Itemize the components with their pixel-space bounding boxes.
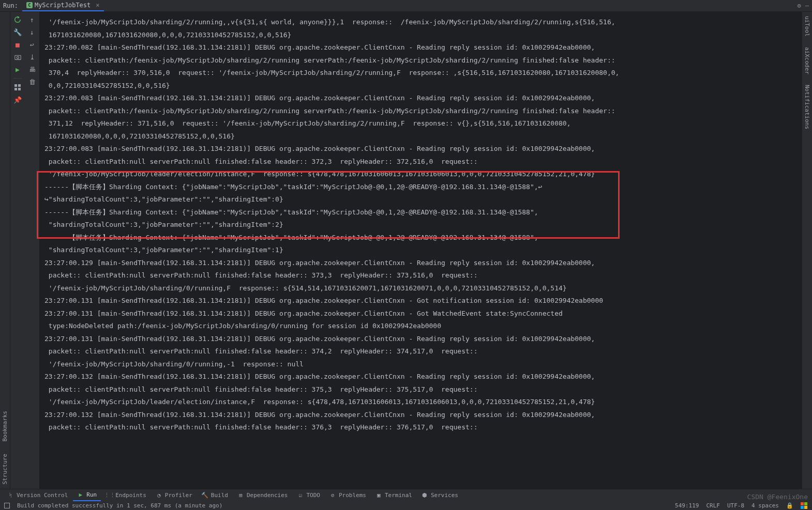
console-line: 23:27:00.131 [main-SendThread(192.168.31… (44, 307, 796, 320)
stop-icon[interactable]: ■ (13, 40, 22, 49)
scroll-to-end-icon[interactable]: ⤓ (27, 52, 37, 61)
run-actions-col-2: ↑ ↓ ↩ ⤓ 🖶 🗑 (25, 12, 39, 489)
windows-flag-icon (801, 502, 808, 509)
endpoints-tool[interactable]: ⋮⋮Endpoints (102, 490, 151, 501)
print-icon[interactable]: 🖶 (27, 65, 37, 74)
todo-tool[interactable]: ☑TODO (293, 490, 324, 501)
run-tab-title: MyScriptJobTest (35, 2, 91, 9)
svg-rect-2 (14, 84, 17, 87)
console-line: 1671031620080,1671031620080,0,0,0,721033… (44, 29, 796, 42)
wrench-icon[interactable]: 🔧 (13, 27, 22, 37)
svg-rect-0 (14, 55, 20, 59)
svg-rect-3 (18, 84, 21, 87)
aixcoder-tab[interactable]: aiXcoder (804, 47, 810, 74)
down-arrow-icon[interactable]: ↓ (27, 27, 37, 37)
play-plus-icon[interactable]: ▶ (13, 65, 22, 74)
console-line: ↪"shardingTotalCount":3,"jobParameter":"… (44, 193, 796, 206)
vcs-tool[interactable]: ᛋVersion Control (3, 490, 72, 501)
console-output[interactable]: '/feenix-job/MyScriptJob/sharding/2/runn… (39, 12, 802, 489)
console-line: packet:: clientPath:null serverPath:null… (44, 156, 796, 168)
run-tab-myscriptjobtest[interactable]: C MyScriptJobTest × (22, 0, 104, 11)
console-line: type:NodeDeleted path:/feenix-job/MyScri… (44, 320, 796, 333)
console-line: '/feenix-job/MyScriptJob/sharding/0/runn… (44, 358, 796, 371)
camera-icon[interactable] (13, 52, 22, 61)
console-line: packet:: clientPath:null serverPath:null… (44, 421, 796, 434)
console-line: 23:27:00.131 [main-SendThread(192.168.31… (44, 333, 796, 346)
run-toolwindow-header: Run: C MyScriptJobTest × ⚙ — (0, 0, 812, 12)
console-line: '/feenix-job/MyScriptJob/leader/election… (44, 396, 796, 409)
console-line: 371,12 replyHeader:: 371,516,0 request::… (44, 117, 796, 130)
up-arrow-icon[interactable]: ↑ (27, 15, 37, 24)
console-line: packet:: clientPath:null serverPath:null… (44, 269, 796, 282)
status-bar: Build completed successfully in 1 sec, 6… (0, 501, 812, 510)
play-icon: ▶ (77, 491, 84, 498)
console-line: 23:27:00.082 [main-SendThread(192.168.31… (44, 41, 796, 54)
console-line: ------【脚本任务】Sharding Context: {"jobName"… (44, 206, 796, 219)
console-line: 23:27:00.083 [main-SendThread(192.168.31… (44, 143, 796, 156)
file-encoding[interactable]: UTF-8 (727, 502, 744, 509)
profiler-icon: ◔ (156, 492, 162, 499)
problems-icon: ⊘ (329, 492, 336, 499)
console-line: ------【脚本任务】Sharding Context: {"jobName"… (44, 181, 796, 194)
toolwindow-toggle-icon[interactable] (4, 503, 10, 508)
left-tool-strip: Bookmarks Structure (0, 12, 10, 489)
rerun-icon[interactable] (13, 15, 22, 24)
pin-icon[interactable]: 📌 (13, 95, 22, 104)
csdn-watermark: CSDN @FeenixOne (747, 493, 808, 501)
gear-icon[interactable]: ⚙ (798, 2, 801, 9)
console-line: packet:: clientPath:null serverPath:null… (44, 345, 796, 358)
soft-wrap-icon[interactable]: ↩ (27, 40, 37, 49)
svg-rect-8 (801, 506, 804, 509)
run-tool[interactable]: ▶Run (73, 490, 101, 501)
bookmarks-tool[interactable]: Bookmarks (2, 411, 8, 442)
terminal-tool[interactable]: ▣Terminal (371, 490, 416, 501)
notifications-tab[interactable]: Notifications (804, 85, 810, 129)
svg-rect-4 (14, 88, 17, 90)
console-line: 23:27:00.132 [main-SendThread(192.168.31… (44, 409, 796, 422)
console-line: 23:27:00.083 [main-SendThread(192.168.31… (44, 92, 796, 105)
dependencies-tool[interactable]: ⊞Dependencies (233, 490, 292, 501)
console-line: "shardingTotalCount":3,"jobParameter":""… (44, 219, 796, 231)
caret-pos[interactable]: 549:119 (675, 502, 699, 509)
console-line: "shardingTotalCount":3,"jobParameter":""… (44, 244, 796, 257)
console-line: '/feenix-job/MyScriptJob/sharding/0/runn… (44, 282, 796, 295)
deps-icon: ⊞ (237, 492, 244, 499)
close-tab-icon[interactable]: × (96, 2, 99, 9)
uitool-tab[interactable]: uiTool (804, 16, 810, 37)
services-tool[interactable]: ⬢Services (417, 490, 462, 501)
console-line: 23:27:00.129 [main-SendThread(192.168.31… (44, 257, 796, 270)
console-line: 370,4 replyHeader:: 370,516,0 request:: … (44, 67, 796, 80)
class-icon: C (26, 2, 33, 8)
endpoints-icon: ⋮⋮ (106, 492, 113, 499)
console-line: packet:: clientPath:null serverPath:null… (44, 383, 796, 396)
console-line: packet:: clientPath:/feenix-job/MyScript… (44, 105, 796, 118)
problems-tool[interactable]: ⊘Problems (325, 490, 370, 501)
console-line: 1671031620080,0,0,0,72103310452785152,0,… (44, 130, 796, 143)
minimize-icon[interactable]: — (805, 2, 809, 9)
svg-point-1 (17, 56, 19, 58)
readonly-lock-icon[interactable]: 🔒 (786, 502, 793, 509)
svg-rect-9 (804, 506, 807, 509)
todo-icon: ☑ (297, 492, 304, 499)
run-label: Run: (3, 2, 18, 9)
layout-icon[interactable] (13, 83, 22, 92)
clear-icon[interactable]: 🗑 (27, 77, 37, 86)
console-line: ------【脚本任务】Sharding Context: {"jobName"… (44, 231, 796, 244)
build-status-text: Build completed successfully in 1 sec, 6… (17, 502, 222, 509)
console-line: packet:: clientPath:/feenix-job/MyScript… (44, 54, 796, 67)
console-line: 0,0,72103310452785152,0,0,516} (44, 80, 796, 92)
console-line: '/feenix-job/MyScriptJob/sharding/2/runn… (44, 16, 796, 29)
console-line: 23:27:00.132 [main-SendThread(192.168.31… (44, 370, 796, 383)
svg-rect-7 (804, 502, 807, 505)
indent-info[interactable]: 4 spaces (751, 502, 779, 509)
svg-rect-6 (801, 502, 804, 505)
structure-tool[interactable]: Structure (2, 454, 8, 485)
profiler-tool[interactable]: ◔Profiler (152, 490, 197, 501)
right-tool-strip: uiTool aiXcoder Notifications (802, 12, 812, 489)
run-actions-col-1: 🔧 ■ ▶ 📌 (10, 12, 25, 489)
services-icon: ⬢ (422, 492, 428, 499)
line-separator[interactable]: CRLF (706, 502, 720, 509)
terminal-icon: ▣ (375, 492, 382, 499)
build-tool[interactable]: 🔨Build (198, 490, 232, 501)
hammer-icon: 🔨 (202, 492, 208, 499)
